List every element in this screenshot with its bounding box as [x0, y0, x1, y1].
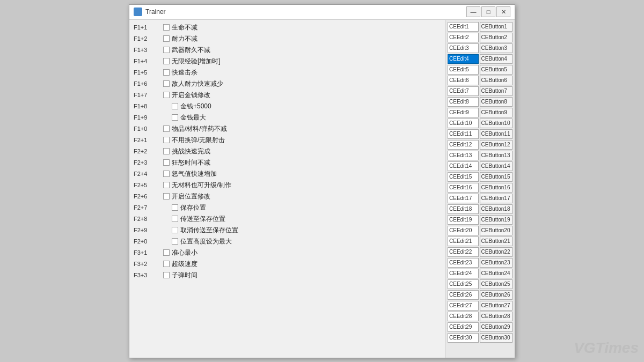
hotkey-checkbox[interactable] — [163, 24, 170, 31]
watermark: VGTimes — [574, 339, 639, 357]
ce-edit-field[interactable]: CEEdit20 — [448, 226, 479, 235]
ce-edit-field[interactable]: CEEdit24 — [448, 269, 479, 278]
ce-button[interactable]: CEButton20 — [480, 226, 513, 235]
ce-row: CEEdit13CEButton13 — [448, 151, 513, 160]
ce-button[interactable]: CEButton29 — [480, 322, 513, 332]
ce-edit-field[interactable]: CEEdit17 — [448, 194, 479, 203]
hotkey-key: F2+4 — [134, 171, 163, 177]
hotkey-checkbox[interactable] — [163, 193, 170, 200]
ce-edit-field[interactable]: CEEdit1 — [448, 22, 479, 32]
hotkey-checkbox[interactable] — [163, 159, 170, 166]
hotkey-row: F2+6开启位置修改 — [134, 191, 441, 202]
ce-button[interactable]: CEButton23 — [480, 258, 513, 268]
ce-edit-field[interactable]: CEEdit19 — [448, 215, 479, 225]
hotkey-checkbox-area: 传送至保存位置 — [163, 215, 225, 224]
ce-button[interactable]: CEButton6 — [480, 76, 513, 85]
ce-edit-field[interactable]: CEEdit27 — [448, 301, 479, 311]
ce-row: CEEdit4CEButton4 — [448, 54, 513, 64]
hotkey-checkbox[interactable] — [172, 238, 178, 245]
ce-button[interactable]: CEButton28 — [480, 312, 513, 321]
ce-row: CEEdit2CEButton2 — [448, 33, 513, 42]
ce-button[interactable]: CEButton13 — [480, 151, 513, 160]
hotkey-checkbox[interactable] — [172, 204, 178, 211]
ce-edit-field[interactable]: CEEdit22 — [448, 247, 479, 257]
ce-button[interactable]: CEButton18 — [480, 204, 513, 214]
ce-row: CEEdit30CEButton30 — [448, 333, 513, 343]
ce-edit-field[interactable]: CEEdit4 — [448, 54, 479, 64]
ce-edit-field[interactable]: CEEdit9 — [448, 108, 479, 117]
ce-button[interactable]: CEButton7 — [480, 86, 513, 96]
ce-button[interactable]: CEButton16 — [480, 183, 513, 193]
ce-button[interactable]: CEButton27 — [480, 301, 513, 311]
hotkey-checkbox[interactable] — [163, 171, 170, 177]
ce-button[interactable]: CEButton11 — [480, 129, 513, 139]
ce-edit-field[interactable]: CEEdit7 — [448, 86, 479, 96]
ce-edit-field[interactable]: CEEdit16 — [448, 183, 479, 193]
close-button[interactable]: ✕ — [496, 6, 510, 17]
ce-button[interactable]: CEButton5 — [480, 65, 513, 75]
ce-button[interactable]: CEButton15 — [480, 172, 513, 182]
ce-edit-field[interactable]: CEEdit6 — [448, 76, 479, 85]
hotkey-checkbox[interactable] — [172, 103, 178, 109]
ce-edit-field[interactable]: CEEdit15 — [448, 172, 479, 182]
hotkey-row: F2+7保存位置 — [134, 202, 441, 213]
ce-row: CEEdit27CEButton27 — [448, 301, 513, 311]
ce-edit-field[interactable]: CEEdit2 — [448, 33, 479, 42]
ce-edit-field[interactable]: CEEdit25 — [448, 279, 479, 289]
ce-edit-field[interactable]: CEEdit11 — [448, 129, 479, 139]
hotkey-description: 子弹时间 — [172, 271, 197, 280]
hotkey-checkbox[interactable] — [163, 80, 170, 87]
hotkey-checkbox[interactable] — [163, 249, 170, 256]
ce-button[interactable]: CEButton19 — [480, 215, 513, 225]
hotkey-checkbox[interactable] — [163, 182, 170, 188]
ce-button[interactable]: CEButton22 — [480, 247, 513, 257]
ce-edit-field[interactable]: CEEdit12 — [448, 140, 479, 150]
ce-button[interactable]: CEButton17 — [480, 194, 513, 203]
ce-edit-field[interactable]: CEEdit30 — [448, 333, 479, 343]
hotkey-checkbox[interactable] — [163, 148, 170, 154]
minimize-button[interactable]: — — [466, 6, 480, 17]
ce-edit-field[interactable]: CEEdit14 — [448, 161, 479, 171]
hotkey-checkbox[interactable] — [163, 137, 170, 143]
ce-edit-field[interactable]: CEEdit10 — [448, 119, 479, 128]
hotkey-checkbox[interactable] — [163, 125, 170, 132]
ce-button[interactable]: CEButton4 — [480, 54, 513, 64]
ce-button[interactable]: CEButton14 — [480, 161, 513, 171]
hotkey-checkbox[interactable] — [163, 58, 170, 64]
ce-button[interactable]: CEButton2 — [480, 33, 513, 42]
hotkey-checkbox[interactable] — [172, 114, 178, 121]
ce-button[interactable]: CEButton9 — [480, 108, 513, 117]
ce-edit-field[interactable]: CEEdit18 — [448, 204, 479, 214]
hotkey-checkbox[interactable] — [163, 35, 170, 42]
hotkey-checkbox[interactable] — [172, 216, 178, 222]
hotkey-checkbox[interactable] — [163, 69, 170, 76]
hotkey-checkbox[interactable] — [163, 47, 170, 53]
ce-edit-field[interactable]: CEEdit26 — [448, 290, 479, 300]
hotkey-checkbox[interactable] — [163, 261, 170, 267]
hotkey-checkbox-area: 武器耐久不减 — [163, 46, 210, 55]
ce-button[interactable]: CEButton3 — [480, 43, 513, 53]
hotkey-checkbox-area: 生命不减 — [163, 23, 197, 32]
ce-row: CEEdit21CEButton21 — [448, 237, 513, 246]
ce-edit-field[interactable]: CEEdit8 — [448, 97, 479, 107]
ce-button[interactable]: CEButton10 — [480, 119, 513, 128]
ce-button[interactable]: CEButton24 — [480, 269, 513, 278]
ce-edit-field[interactable]: CEEdit3 — [448, 43, 479, 53]
ce-button[interactable]: CEButton21 — [480, 237, 513, 246]
ce-button[interactable]: CEButton8 — [480, 97, 513, 107]
hotkey-checkbox[interactable] — [172, 227, 178, 233]
ce-button[interactable]: CEButton25 — [480, 279, 513, 289]
ce-edit-field[interactable]: CEEdit23 — [448, 258, 479, 268]
hotkey-checkbox[interactable] — [163, 92, 170, 98]
ce-edit-field[interactable]: CEEdit5 — [448, 65, 479, 75]
ce-edit-field[interactable]: CEEdit13 — [448, 151, 479, 160]
ce-edit-field[interactable]: CEEdit21 — [448, 237, 479, 246]
ce-edit-field[interactable]: CEEdit28 — [448, 312, 479, 321]
ce-button[interactable]: CEButton1 — [480, 22, 513, 32]
ce-edit-field[interactable]: CEEdit29 — [448, 322, 479, 332]
ce-button[interactable]: CEButton12 — [480, 140, 513, 150]
ce-button[interactable]: CEButton30 — [480, 333, 513, 343]
ce-button[interactable]: CEButton26 — [480, 290, 513, 300]
hotkey-checkbox[interactable] — [163, 272, 170, 278]
maximize-button[interactable]: □ — [481, 6, 495, 17]
